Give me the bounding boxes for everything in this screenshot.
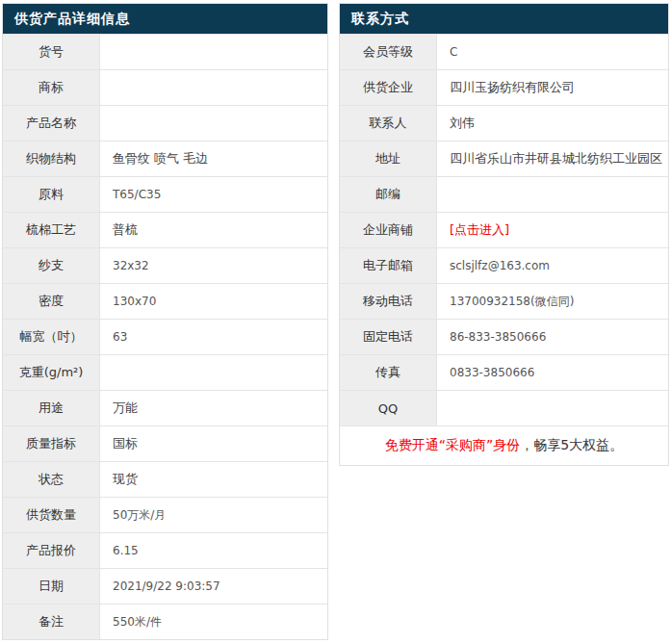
row-label: 电子邮箱 bbox=[340, 248, 437, 283]
row-value: 国标 bbox=[100, 426, 327, 461]
row-value: 鱼骨纹 喷气 毛边 bbox=[100, 142, 327, 176]
table-row-usage: 用途 万能 bbox=[3, 390, 327, 425]
row-value: 四川玉扬纺织有限公司 bbox=[437, 70, 668, 105]
table-row-member-level: 会员等级 C bbox=[340, 34, 668, 69]
table-row-supply-quantity: 供货数量 50万米/月 bbox=[3, 497, 327, 532]
table-row-company-shop: 企业商铺 [点击进入] bbox=[340, 212, 668, 247]
table-row-email: 电子邮箱 sclsjlfz@163.com bbox=[340, 247, 668, 283]
row-value bbox=[100, 106, 327, 141]
table-row-product-name: 产品名称 bbox=[3, 105, 327, 141]
table-row-remarks: 备注 550米/件 bbox=[3, 604, 327, 639]
row-label: 会员等级 bbox=[340, 35, 437, 69]
table-row-fabric-structure: 织物结构 鱼骨纹 喷气 毛边 bbox=[3, 141, 327, 176]
row-label: 梳棉工艺 bbox=[3, 213, 100, 247]
row-value: 13700932158(微信同) bbox=[437, 284, 668, 319]
row-label: 移动电话 bbox=[340, 284, 437, 319]
row-value: 0833-3850666 bbox=[437, 355, 668, 390]
row-value: 现货 bbox=[100, 462, 327, 497]
table-row-mobile-phone: 移动电话 13700932158(微信同) bbox=[340, 283, 668, 319]
row-label: 密度 bbox=[3, 284, 100, 319]
row-value: 6.15 bbox=[100, 533, 327, 568]
row-label: 用途 bbox=[3, 391, 100, 425]
row-value: 32x32 bbox=[100, 248, 327, 283]
table-row-raw-material: 原料 T65/C35 bbox=[3, 176, 327, 212]
row-label: 织物结构 bbox=[3, 142, 100, 176]
row-value: C bbox=[437, 35, 668, 69]
table-row-fax: 传真 0833-3850666 bbox=[340, 354, 668, 390]
row-value bbox=[437, 177, 668, 212]
row-value: 万能 bbox=[100, 391, 327, 425]
page: 供货产品详细信息 货号 商标 产品名称 织物结构 鱼骨纹 喷气 毛边 原料 T6… bbox=[0, 0, 671, 640]
row-value: 刘伟 bbox=[437, 106, 668, 141]
table-row-width: 幅宽（吋） 63 bbox=[3, 319, 327, 354]
table-row-item-number: 货号 bbox=[3, 34, 327, 69]
table-row-qq: QQ bbox=[340, 390, 668, 425]
table-row-status: 状态 现货 bbox=[3, 461, 327, 497]
shop-enter-link[interactable]: [点击进入] bbox=[450, 221, 509, 239]
row-value: 2021/9/22 9:03:57 bbox=[100, 569, 327, 604]
row-label: 地址 bbox=[340, 142, 437, 176]
table-row-quality-standard: 质量指标 国标 bbox=[3, 425, 327, 461]
row-value bbox=[100, 355, 327, 390]
row-label: QQ bbox=[340, 391, 437, 425]
row-label: 纱支 bbox=[3, 248, 100, 283]
row-value: 四川省乐山市井研县城北纺织工业园区 bbox=[437, 142, 668, 176]
row-label: 供货企业 bbox=[340, 70, 437, 105]
row-label: 商标 bbox=[3, 70, 100, 105]
row-value: 63 bbox=[100, 320, 327, 354]
row-label: 联系人 bbox=[340, 106, 437, 141]
contact-info-header: 联系方式 bbox=[340, 4, 668, 34]
buyer-promo-text: ，畅享5大权益。 bbox=[520, 437, 623, 454]
row-label: 固定电话 bbox=[340, 320, 437, 354]
row-label: 状态 bbox=[3, 462, 100, 497]
row-label: 邮编 bbox=[340, 177, 437, 212]
row-value: 86-833-3850666 bbox=[437, 320, 668, 354]
row-label: 供货数量 bbox=[3, 498, 100, 532]
row-label: 日期 bbox=[3, 569, 100, 604]
table-row-supplier-company: 供货企业 四川玉扬纺织有限公司 bbox=[340, 69, 668, 105]
table-row-weight: 克重(g/m²) bbox=[3, 354, 327, 390]
row-label: 质量指标 bbox=[3, 426, 100, 461]
table-row-address: 地址 四川省乐山市井研县城北纺织工业园区 bbox=[340, 141, 668, 176]
row-value: [点击进入] bbox=[437, 213, 668, 247]
product-info-panel: 供货产品详细信息 货号 商标 产品名称 织物结构 鱼骨纹 喷气 毛边 原料 T6… bbox=[2, 3, 328, 640]
product-info-header: 供货产品详细信息 bbox=[3, 4, 327, 34]
row-label: 产品报价 bbox=[3, 533, 100, 568]
table-row-postal-code: 邮编 bbox=[340, 176, 668, 212]
table-row-combing-process: 梳棉工艺 普梳 bbox=[3, 212, 327, 247]
row-value bbox=[437, 391, 668, 425]
buyer-promo-link[interactable]: 免费开通“采购商”身份 bbox=[385, 437, 521, 454]
buyer-promo-banner: 免费开通“采购商”身份，畅享5大权益。 bbox=[340, 425, 668, 465]
row-value: T65/C35 bbox=[100, 177, 327, 212]
row-label: 克重(g/m²) bbox=[3, 355, 100, 390]
row-label: 产品名称 bbox=[3, 106, 100, 141]
row-label: 幅宽（吋） bbox=[3, 320, 100, 354]
row-value: 550米/件 bbox=[100, 605, 327, 639]
table-row-product-quote: 产品报价 6.15 bbox=[3, 532, 327, 568]
table-row-density: 密度 130x70 bbox=[3, 283, 327, 319]
row-label: 传真 bbox=[340, 355, 437, 390]
row-label: 原料 bbox=[3, 177, 100, 212]
row-value: 50万米/月 bbox=[100, 498, 327, 532]
row-value bbox=[100, 35, 327, 69]
table-row-contact-person: 联系人 刘伟 bbox=[340, 105, 668, 141]
row-label: 企业商铺 bbox=[340, 213, 437, 247]
table-row-yarn-count: 纱支 32x32 bbox=[3, 247, 327, 283]
table-row-landline-phone: 固定电话 86-833-3850666 bbox=[340, 319, 668, 354]
table-row-trademark: 商标 bbox=[3, 69, 327, 105]
row-value bbox=[100, 70, 327, 105]
row-value: sclsjlfz@163.com bbox=[437, 248, 668, 283]
row-label: 货号 bbox=[3, 35, 100, 69]
contact-info-panel: 联系方式 会员等级 C 供货企业 四川玉扬纺织有限公司 联系人 刘伟 地址 四川… bbox=[339, 3, 669, 466]
row-label: 备注 bbox=[3, 605, 100, 639]
table-row-date: 日期 2021/9/22 9:03:57 bbox=[3, 568, 327, 604]
row-value: 130x70 bbox=[100, 284, 327, 319]
row-value: 普梳 bbox=[100, 213, 327, 247]
